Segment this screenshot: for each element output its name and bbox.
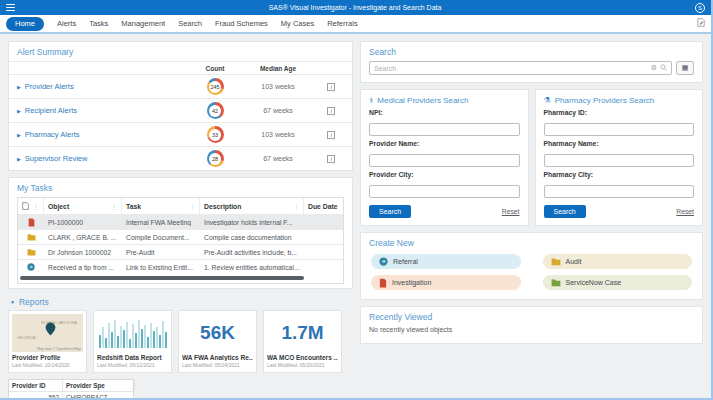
object-type-icon (22, 202, 29, 210)
main-content: Alert Summary Count Median Age ▶ Provide… (0, 34, 711, 398)
edit-page-icon[interactable] (697, 18, 705, 29)
tab-alerts[interactable]: Alerts (57, 19, 76, 28)
npi-field[interactable] (369, 123, 520, 136)
create-servicenow-pill[interactable]: ServiceNow Case (543, 275, 693, 290)
my-tasks-title: My Tasks (9, 178, 352, 197)
median-age-value: 67 weeks (238, 107, 318, 114)
provider-city-field[interactable] (369, 185, 520, 198)
horizontal-scrollbar[interactable] (20, 276, 304, 280)
search-title: Search (361, 42, 702, 61)
column-header-task[interactable]: Task⋮ (122, 198, 200, 214)
provider-name-label: Provider Name: (369, 140, 520, 147)
app-bar: SAS® Visual Investigator - Investigate a… (0, 0, 711, 15)
reports-section: ▼ Reports NORTH CAROLINA GEORGIA Map dat… (8, 295, 353, 398)
provider-table-row[interactable]: 552 CHIROPRACT (9, 391, 133, 398)
medical-search-button[interactable]: Search (369, 205, 411, 218)
pharmacy-name-field[interactable] (544, 154, 695, 167)
count-column-header: Count (192, 65, 238, 72)
tab-management[interactable]: Management (121, 19, 165, 28)
tab-tasks[interactable]: Tasks (89, 19, 108, 28)
info-icon[interactable]: i (327, 83, 335, 91)
user-avatar[interactable]: S (695, 3, 705, 13)
create-investigation-pill[interactable]: Investigation (371, 275, 521, 290)
task-row[interactable]: PI-1000000 Internal FWA Meeting Investig… (18, 214, 343, 229)
create-referral-pill[interactable]: Referral (371, 254, 521, 269)
expand-caret-icon[interactable]: ▶ (17, 108, 21, 114)
task-row[interactable]: CLARK , GRACE B. ... Compile Document...… (18, 229, 343, 244)
column-menu-icon[interactable]: ⋮ (189, 203, 195, 210)
kpi-value: 1.7M (281, 322, 323, 344)
collapse-caret-icon[interactable]: ▼ (10, 299, 15, 305)
app-window: SAS® Visual Investigator - Investigate a… (0, 0, 713, 400)
expand-caret-icon[interactable]: ▶ (17, 156, 21, 162)
provider-city-label: Provider City: (369, 171, 520, 178)
info-icon[interactable]: i (327, 155, 335, 163)
medical-providers-search-panel: ⚕ Medical Providers Search NPI: Provider… (360, 89, 529, 226)
pharmacy-reset-link[interactable]: Reset (676, 208, 694, 215)
alert-row-recipient[interactable]: ▶ Recipient Alerts 42 67 weeks i (9, 98, 352, 122)
npi-label: NPI: (369, 109, 520, 116)
count-donut: 33 (207, 126, 224, 143)
create-audit-pill[interactable]: Audit (543, 254, 693, 269)
global-search-box[interactable]: ⚙ (369, 61, 672, 75)
expand-caret-icon[interactable]: ▶ (17, 132, 21, 138)
provider-table: Provider ID Provider Spe 552 CHIROPRACT … (8, 379, 134, 398)
report-tile-provider-profile[interactable]: NORTH CAROLINA GEORGIA Map data © OpenSt… (8, 310, 87, 373)
tab-search[interactable]: Search (178, 19, 202, 28)
column-menu-icon[interactable]: ⋮ (33, 203, 39, 210)
tasks-table-header: ⋮ Object⋮ Task⋮ Description⋮ Due Date⋮ (18, 198, 343, 214)
search-magnifier-icon[interactable] (660, 64, 667, 72)
column-header-due-date[interactable]: Due Date⋮ (304, 198, 344, 214)
pharmacy-search-button[interactable]: Search (544, 205, 586, 218)
app-title: SAS® Visual Investigator - Investigate a… (15, 4, 695, 11)
pharmacy-id-field[interactable] (544, 123, 695, 136)
report-tile-mco-encounters[interactable]: 1.7M WA MCO Encounters ... Last Modified… (263, 310, 342, 373)
count-donut: 28 (207, 150, 224, 167)
column-menu-icon[interactable]: ⋮ (111, 203, 117, 210)
alert-row-pharmacy[interactable]: ▶ Pharmacy Alerts 33 103 weeks i (9, 122, 352, 146)
info-icon[interactable]: i (327, 107, 335, 115)
reports-title: Reports (19, 297, 49, 307)
search-input[interactable] (374, 65, 648, 72)
info-icon[interactable]: i (327, 131, 335, 139)
bar-chart-thumbnail (97, 318, 168, 348)
tab-home[interactable]: Home (6, 17, 44, 31)
servicenow-case-icon (551, 278, 561, 287)
medical-search-title: Medical Providers Search (377, 96, 468, 105)
provider-id-header: Provider ID (9, 380, 63, 391)
column-header-description[interactable]: Description⋮ (200, 198, 304, 214)
stethoscope-icon: ⚕ (369, 96, 373, 105)
count-donut: 245 (207, 78, 224, 95)
investigation-icon (18, 218, 44, 227)
task-row[interactable]: Dr Johnson 1000002 Pre-Audit Pre-Audit a… (18, 244, 343, 259)
expand-caret-icon[interactable]: ▶ (17, 84, 21, 90)
median-age-value: 103 weeks (238, 131, 318, 138)
report-tile-fwa-analytics[interactable]: 56K WA FWA Analytics Re... Last Modified… (178, 310, 257, 373)
hamburger-menu-icon[interactable] (6, 4, 15, 12)
alert-row-provider[interactable]: ▶ Provider Alerts 245 103 weeks i (9, 74, 352, 98)
search-panel: Search ⚙ ▦ (360, 41, 703, 83)
mortar-pestle-icon: ⚗ (544, 96, 551, 105)
alert-summary-title: Alert Summary (9, 42, 352, 61)
pharmacy-search-title: Pharmacy Providers Search (555, 96, 655, 105)
report-tile-redshift[interactable]: Redshift Data Report Last Modified: 05/1… (93, 310, 172, 373)
task-row[interactable]: Received a tip from ... Link to Existing… (18, 259, 343, 274)
audit-icon (18, 233, 44, 241)
tab-my-cases[interactable]: My Cases (281, 19, 314, 28)
referral-icon (379, 257, 388, 266)
advanced-search-button[interactable]: ▦ (676, 61, 694, 75)
provider-spec-header: Provider Spe (63, 380, 135, 391)
provider-name-field[interactable] (369, 154, 520, 167)
main-nav: Home Alerts Tasks Management Search Frau… (0, 15, 711, 34)
tasks-table: ⋮ Object⋮ Task⋮ Description⋮ Due Date⋮ P… (17, 197, 344, 284)
medical-reset-link[interactable]: Reset (502, 208, 520, 215)
column-menu-icon[interactable]: ⋮ (293, 203, 299, 210)
create-new-title: Create New (361, 233, 702, 252)
alert-row-supervisor[interactable]: ▶ Supervisor Review 28 67 weeks i (9, 146, 352, 170)
column-header-object[interactable]: Object⋮ (44, 198, 122, 214)
tab-fraud-schemes[interactable]: Fraud Schemes (215, 19, 268, 28)
search-settings-gear-icon[interactable]: ⚙ (651, 64, 657, 72)
pharmacy-city-field[interactable] (544, 185, 695, 198)
recently-viewed-panel: Recently Viewed No recently viewed objec… (360, 306, 703, 344)
tab-referrals[interactable]: Referrals (327, 19, 357, 28)
